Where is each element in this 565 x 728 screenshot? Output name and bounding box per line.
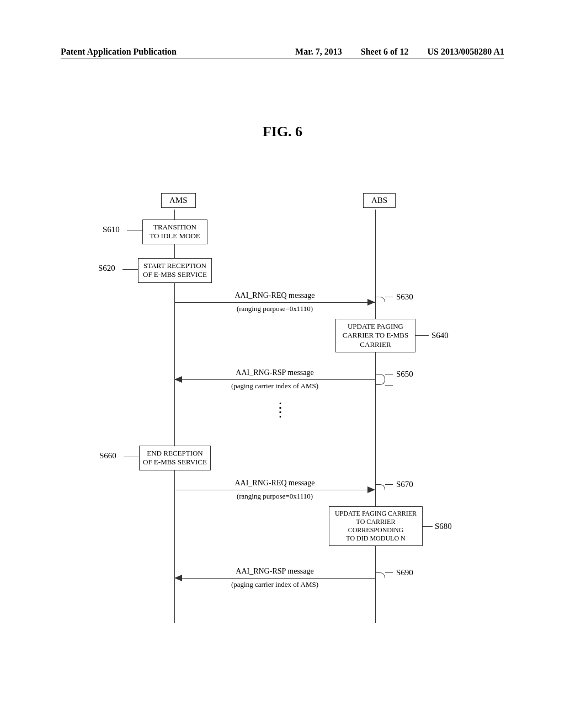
s640-line2: CARRIER TO E-MBS xyxy=(338,331,413,340)
label-s620: S620 xyxy=(98,264,115,273)
lead-s610 xyxy=(127,231,142,231)
hook-s650 xyxy=(375,379,385,385)
step-s660-box: END RECEPTION OF E-MBS SERVICE xyxy=(139,446,211,470)
s690-sub: (paging carrier index of AMS) xyxy=(174,580,375,589)
s650-msg: AAI_RNG-RSP message xyxy=(174,368,375,377)
step-s680-box: UPDATE PAGING CARRIER TO CARRIER CORRESP… xyxy=(329,506,423,546)
s680-line1: UPDATE PAGING CARRIER xyxy=(332,510,420,518)
hook-s650a xyxy=(375,374,385,379)
s630-line xyxy=(174,302,375,303)
s630-sub: (ranging purpose=0x1110) xyxy=(174,304,375,313)
label-s630: S630 xyxy=(396,292,413,302)
header-left: Patent Application Publication xyxy=(61,47,177,57)
label-s650: S650 xyxy=(396,370,413,379)
step-s640-box: UPDATE PAGING CARRIER TO E-MBS CARRIER xyxy=(335,319,415,352)
s620-line1: START RECEPTION xyxy=(141,261,209,270)
s620-line2: OF E-MBS SERVICE xyxy=(141,270,209,279)
figure-title: FIG. 6 xyxy=(0,124,565,140)
s680-line2: TO CARRIER xyxy=(332,518,420,526)
sequence-diagram: AMS ABS TRANSITION TO IDLE MODE S610 STA… xyxy=(94,193,480,634)
actor-ams: AMS xyxy=(161,193,196,208)
lead-s640 xyxy=(415,335,429,336)
header-pubid: US 2013/0058280 A1 xyxy=(427,47,504,57)
s690-line xyxy=(174,578,375,579)
lead-s660 xyxy=(124,457,139,457)
label-s660: S660 xyxy=(99,451,116,461)
lifeline-abs xyxy=(375,210,376,623)
header-date: Mar. 7, 2013 xyxy=(295,47,342,57)
s630-msg: AAI_RNG-REQ message xyxy=(174,291,375,300)
header-sheet: Sheet 6 of 12 xyxy=(361,47,409,57)
lead-s680 xyxy=(423,526,433,527)
s650-sub: (paging carrier index of AMS) xyxy=(174,382,375,390)
s670-line xyxy=(174,490,375,490)
s610-line2: TO IDLE MODE xyxy=(145,232,205,240)
hook-s630 xyxy=(375,297,385,302)
step-s610-box: TRANSITION TO IDLE MODE xyxy=(142,220,207,244)
hook-s690 xyxy=(375,572,385,578)
s660-line2: OF E-MBS SERVICE xyxy=(142,458,208,467)
lead-s650 xyxy=(385,374,393,374)
lead-s690 xyxy=(385,572,393,573)
label-s640: S640 xyxy=(431,331,449,340)
lead-s670 xyxy=(385,484,393,485)
s680-line3: CORRESPONDING xyxy=(332,526,420,534)
ellipsis-icon: ⋮⋮ xyxy=(274,405,287,415)
s690-msg: AAI_RNG-RSP message xyxy=(174,567,375,576)
step-s620-box: START RECEPTION OF E-MBS SERVICE xyxy=(138,258,212,283)
label-s680: S680 xyxy=(435,522,452,531)
s670-msg: AAI_RNG-REQ message xyxy=(174,479,375,488)
lead-s650b xyxy=(385,385,393,386)
lead-s630 xyxy=(385,297,393,297)
actor-abs: ABS xyxy=(363,193,396,208)
s650-line xyxy=(174,379,375,380)
label-s610: S610 xyxy=(103,225,120,234)
s660-line1: END RECEPTION xyxy=(142,449,208,458)
s670-sub: (ranging purpose=0x1110) xyxy=(174,492,375,501)
label-s690: S690 xyxy=(396,568,413,577)
page-header: Patent Application Publication Mar. 7, 2… xyxy=(61,47,504,58)
s610-line1: TRANSITION xyxy=(145,223,205,232)
s640-line3: CARRIER xyxy=(338,340,413,349)
s680-line4: TO DID MODULO N xyxy=(332,534,420,543)
hook-s670 xyxy=(375,484,385,490)
s640-line1: UPDATE PAGING xyxy=(338,322,413,331)
label-s670: S670 xyxy=(396,480,413,489)
lead-s620 xyxy=(122,269,138,270)
